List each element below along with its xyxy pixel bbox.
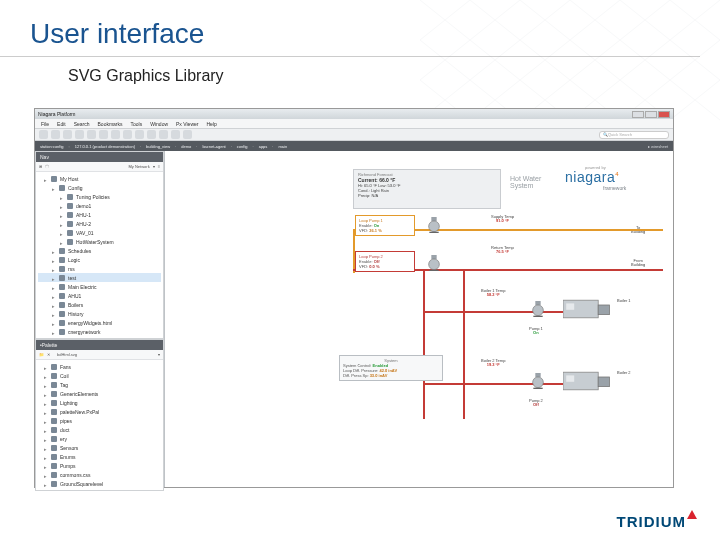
pathbar: station:config: 127.0.0.1 (product demon…	[35, 141, 673, 151]
svg-marker-18	[687, 510, 697, 519]
crumb-4[interactable]: bacnet-agent	[202, 144, 225, 149]
menu-edit[interactable]: Edit	[57, 121, 66, 127]
palette-item[interactable]: ▸Pumps	[38, 461, 161, 470]
svg-point-1	[429, 221, 440, 232]
tb-back-icon[interactable]	[39, 130, 48, 139]
max-button[interactable]	[645, 111, 657, 118]
tb-refresh-icon[interactable]	[87, 130, 96, 139]
menu-window[interactable]: Window	[150, 121, 168, 127]
tb-paste-icon[interactable]	[135, 130, 144, 139]
svg-rect-12	[535, 373, 540, 377]
tb-save-icon[interactable]	[99, 130, 108, 139]
tb-tools-icon[interactable]	[183, 130, 192, 139]
menu-tools[interactable]: Tools	[131, 121, 143, 127]
palette-item[interactable]: ▸duct	[38, 425, 161, 434]
palette-item[interactable]: ▸Tag	[38, 380, 161, 389]
tb-cut-icon[interactable]	[111, 130, 120, 139]
nav-back-icon[interactable]: 〇	[45, 164, 49, 169]
tb-up-icon[interactable]	[63, 130, 72, 139]
nav-item[interactable]: ▸My Host	[38, 174, 161, 183]
boiler2-temp: Boiler 2 Temp19.3 °F	[481, 359, 505, 368]
svg-rect-14	[533, 388, 542, 389]
from-building-label: From Building	[631, 259, 645, 268]
nav-item[interactable]: ▸AHU1	[38, 291, 161, 300]
palette-folder-icon[interactable]: 📁	[39, 352, 44, 357]
tb-fwd-icon[interactable]	[51, 130, 60, 139]
crumb-0[interactable]: station:config	[40, 144, 64, 149]
crumb-1[interactable]: 127.0.0.1 (product demonstration)	[75, 144, 135, 149]
svg-rect-0	[431, 217, 436, 221]
nav-item[interactable]: ▸Config	[38, 183, 161, 192]
crumb-2[interactable]: building_view	[146, 144, 170, 149]
pump2-label: Pump 2Off	[529, 399, 543, 408]
nav-item[interactable]: ▸Main Electric	[38, 282, 161, 291]
crumb-6[interactable]: apps	[259, 144, 268, 149]
tb-copy-icon[interactable]	[123, 130, 132, 139]
palette-item[interactable]: ▸Fans	[38, 362, 161, 371]
palette-item[interactable]: ▸Coil	[38, 371, 161, 380]
loop-pump-1-box: Loop Pump 1 Enable: On VFD: 26.1 %	[355, 215, 415, 236]
nav-selector[interactable]: My Network	[129, 164, 150, 169]
window-title: Niagara Platform	[38, 111, 76, 117]
palette-item[interactable]: ▸GenericElements	[38, 389, 161, 398]
nav-item[interactable]: ▸VAV_01	[38, 228, 161, 237]
palette-item[interactable]: ▸pipes	[38, 416, 161, 425]
view-mode[interactable]: ▸ wiresheet	[648, 144, 668, 149]
loop2-vfd: 0.0 %	[369, 264, 379, 269]
nav-item[interactable]: ▸Logic	[38, 255, 161, 264]
nav-item[interactable]: ▸rss	[38, 264, 161, 273]
palette-item[interactable]: ▸commons.css	[38, 470, 161, 479]
palette-close-icon[interactable]: ✕	[47, 352, 50, 357]
nav-item[interactable]: ▸energyWidgets.html	[38, 318, 161, 327]
close-button[interactable]	[658, 111, 670, 118]
nav-item[interactable]: ▸AHU-2	[38, 219, 161, 228]
nav-menu-icon[interactable]: ≡	[158, 164, 160, 169]
palette-item[interactable]: ▸Enums	[38, 452, 161, 461]
svg-rect-2	[429, 232, 438, 233]
menu-bookmarks[interactable]: Bookmarks	[98, 121, 123, 127]
crumb-7[interactable]: main	[278, 144, 287, 149]
canvas[interactable]: Richmond Forecast Current: 66.0 °F Hi: 6…	[165, 151, 673, 487]
nav-item[interactable]: ▸History	[38, 309, 161, 318]
boiler-1-icon	[563, 297, 611, 321]
return-temp-label: Return Temp76.5 °F	[491, 246, 514, 255]
svg-point-13	[533, 377, 544, 388]
palette-item[interactable]: ▸Lighting	[38, 398, 161, 407]
svg-rect-11	[566, 303, 574, 309]
tb-props-icon[interactable]	[171, 130, 180, 139]
palette-item[interactable]: ▸Sensors	[38, 443, 161, 452]
nav-dropdown-icon[interactable]: ▾	[153, 164, 155, 169]
pump1-label: Pump 1On	[529, 327, 543, 336]
palette-tree: ▸Fans▸Coil▸Tag▸GenericElements▸Lighting▸…	[36, 360, 163, 490]
palette-item[interactable]: ▸GroundSquarelevel	[38, 479, 161, 488]
nav-item[interactable]: ▸Tuning Policies	[38, 192, 161, 201]
menu-help[interactable]: Help	[206, 121, 216, 127]
menu-file[interactable]: File	[41, 121, 49, 127]
tb-redo-icon[interactable]	[159, 130, 168, 139]
palette-item[interactable]: ▸ery	[38, 434, 161, 443]
nav-item[interactable]: ▸Schedules	[38, 246, 161, 255]
forecast-precip: Precip: N/A	[358, 193, 496, 198]
nav-collapse-icon[interactable]: ⊞	[39, 164, 42, 169]
loop-pump-2-box: Loop Pump 2 Enable: Off VFD: 0.0 %	[355, 251, 415, 272]
nav-item[interactable]: ▸AHU-1	[38, 210, 161, 219]
nav-item[interactable]: ▸test	[38, 273, 161, 282]
search-input[interactable]: 🔍 Quick Search	[599, 131, 669, 139]
palette-dropdown-icon[interactable]: ▾	[158, 352, 160, 357]
min-button[interactable]	[632, 111, 644, 118]
palette-selector[interactable]: bdHtml.svg	[57, 352, 77, 357]
tb-undo-icon[interactable]	[147, 130, 156, 139]
search-placeholder: Quick Search	[608, 132, 632, 137]
crumb-3[interactable]: demo	[181, 144, 191, 149]
palette-item[interactable]: ▸paletteNew.PxPal	[38, 407, 161, 416]
nav-item[interactable]: ▸HotWaterSystem	[38, 237, 161, 246]
nav-item[interactable]: ▸demo1	[38, 201, 161, 210]
crumb-5[interactable]: config	[237, 144, 248, 149]
tb-home-icon[interactable]	[75, 130, 84, 139]
svg-rect-5	[429, 270, 438, 271]
nav-item[interactable]: ▸cnergynetwork	[38, 327, 161, 336]
svg-rect-16	[598, 377, 609, 387]
menu-pxviewer[interactable]: Px Viewer	[176, 121, 198, 127]
menu-search[interactable]: Search	[74, 121, 90, 127]
nav-item[interactable]: ▸Boilers	[38, 300, 161, 309]
